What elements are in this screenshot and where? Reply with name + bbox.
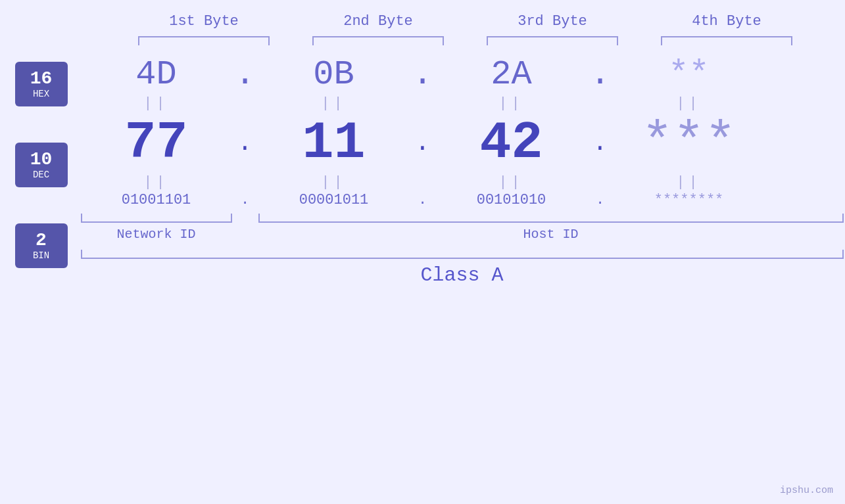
bracket-bottom-host	[258, 214, 844, 223]
equals-row-2: || || || ||	[81, 173, 844, 192]
hex-badge: 16 HEX	[15, 62, 68, 106]
hex-val-4: **	[614, 55, 765, 94]
byte-header-1: 1st Byte	[132, 13, 276, 30]
eq-6: ||	[258, 174, 410, 191]
bin-sep-1: .	[232, 192, 258, 208]
bin-val-2: 00001011	[258, 192, 410, 208]
bin-sep-3: .	[587, 192, 614, 208]
top-brackets	[117, 36, 814, 45]
byte-header-2: 2nd Byte	[306, 13, 450, 30]
dec-values-row: 77 . 11 . 42 .	[81, 113, 844, 173]
eq-2: ||	[258, 95, 410, 112]
byte-header-3: 3rd Byte	[480, 13, 625, 30]
dec-base-num: 10	[30, 150, 53, 170]
dec-sep-1: .	[232, 129, 258, 157]
dec-val-1: 77	[81, 113, 232, 173]
bin-base-label: BIN	[33, 250, 49, 261]
eq-1: ||	[81, 95, 232, 112]
hex-val-3: 2A	[436, 55, 587, 94]
dec-badge: 10 DEC	[15, 143, 68, 187]
eq-5: ||	[81, 174, 232, 191]
dec-val-4: ***	[614, 113, 765, 173]
hex-sep-1: .	[232, 55, 258, 94]
bracket-top-4	[661, 36, 792, 45]
bin-val-4: ********	[614, 192, 765, 208]
watermark: ipshu.com	[780, 485, 833, 496]
hex-val-2: 0B	[258, 55, 410, 94]
id-label-gap	[232, 227, 258, 242]
byte-header-4: 4th Byte	[654, 13, 799, 30]
id-labels-row: Network ID Host ID	[81, 227, 844, 242]
bracket-top-3	[487, 36, 618, 45]
class-label: Class A	[81, 264, 844, 286]
hex-val-1: 4D	[81, 55, 232, 94]
bracket-top-2	[312, 36, 444, 45]
values-area: 4D . 0B . 2A .	[81, 55, 844, 286]
dec-sep-2: .	[410, 129, 436, 157]
bin-base-num: 2	[36, 231, 47, 251]
eq-3: ||	[436, 95, 587, 112]
byte-headers-row: 1st Byte 2nd Byte 3rd Byte 4th Byte	[117, 13, 814, 30]
host-id-label: Host ID	[258, 227, 844, 242]
equals-row-1: || || || ||	[81, 94, 844, 113]
bracket-top-1	[138, 36, 270, 45]
dec-val-2: 11	[258, 113, 410, 173]
bin-values-row: 01001101 . 00001011 . 00101010	[81, 192, 844, 208]
dec-sep-3: .	[587, 129, 614, 157]
network-id-label: Network ID	[81, 227, 232, 242]
bin-badge: 2 BIN	[15, 223, 68, 268]
bin-val-1: 01001101	[81, 192, 232, 208]
bottom-brackets-container	[81, 214, 844, 223]
main-content: 16 HEX 10 DEC 2 BIN 4D .	[15, 55, 844, 286]
hex-base-label: HEX	[33, 89, 49, 99]
main-container: 1st Byte 2nd Byte 3rd Byte 4th Byte 16 H…	[0, 0, 845, 504]
bin-val-3: 00101010	[436, 192, 587, 208]
eq-8: ||	[614, 174, 765, 191]
class-bracket	[81, 250, 844, 259]
hex-values-row: 4D . 0B . 2A .	[81, 55, 844, 94]
bin-sep-2: .	[410, 192, 436, 208]
bracket-bottom-network	[81, 214, 232, 223]
eq-7: ||	[436, 174, 587, 191]
hex-base-num: 16	[30, 69, 53, 89]
dec-base-label: DEC	[33, 170, 49, 180]
dec-val-3: 42	[436, 113, 587, 173]
values-rows: 4D . 0B . 2A .	[81, 55, 844, 208]
eq-4: ||	[614, 95, 765, 112]
bracket-gap-1	[232, 214, 258, 223]
base-labels-column: 16 HEX 10 DEC 2 BIN	[15, 62, 68, 268]
hex-sep-3: .	[587, 55, 614, 94]
hex-sep-2: .	[410, 55, 436, 94]
class-section: Class A	[81, 250, 844, 286]
